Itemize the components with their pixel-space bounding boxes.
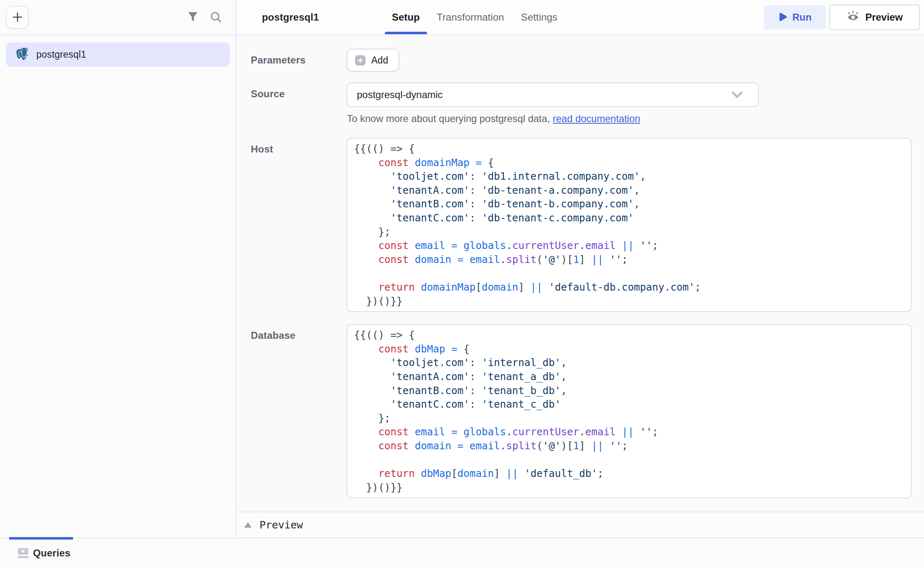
database-code-text: {{(() => { const dbMap = { 'tooljet.com'… bbox=[354, 328, 904, 494]
query-title[interactable]: postgresql1 bbox=[262, 0, 319, 34]
queries-panel-label[interactable]: Queries bbox=[33, 547, 71, 559]
tab-settings[interactable]: Settings bbox=[521, 0, 557, 34]
source-helper-text: To know more about querying postgresql d… bbox=[347, 113, 911, 124]
app: postgresql1 postgresql1 Setup Transforma… bbox=[0, 0, 924, 537]
collapse-up-icon bbox=[244, 522, 252, 528]
queries-panel-active-indicator bbox=[9, 537, 73, 540]
filter-icon bbox=[188, 12, 198, 23]
host-row: Host {{(() => { const domainMap = { 'too… bbox=[251, 138, 911, 312]
parameters-row: Parameters Add bbox=[251, 49, 911, 72]
sidebar-toolbar bbox=[0, 0, 236, 35]
eye-icon bbox=[846, 11, 860, 24]
plus-square-icon bbox=[355, 55, 365, 66]
plus-icon bbox=[12, 12, 23, 22]
preview-panel-toggle[interactable]: Preview bbox=[236, 512, 924, 537]
chevron-down-icon bbox=[732, 92, 742, 98]
host-control: {{(() => { const domainMap = { 'tooljet.… bbox=[346, 138, 911, 312]
play-icon bbox=[778, 12, 787, 22]
query-editor-pane: postgresql1 Setup Transformation Setting… bbox=[236, 0, 924, 537]
run-button[interactable]: Run bbox=[764, 5, 826, 30]
query-list: postgresql1 bbox=[0, 35, 236, 74]
query-list-item-postgresql1[interactable]: postgresql1 bbox=[6, 42, 230, 67]
editor-tabs: Setup Transformation Settings bbox=[392, 0, 557, 34]
parameters-control: Add bbox=[346, 49, 911, 72]
source-label: Source bbox=[251, 82, 346, 100]
preview-button[interactable]: Preview bbox=[829, 5, 920, 30]
parameters-label: Parameters bbox=[251, 49, 346, 66]
bottom-panel: Queries bbox=[0, 537, 924, 568]
query-header: postgresql1 Setup Transformation Setting… bbox=[236, 0, 924, 35]
filter-queries-button[interactable] bbox=[184, 8, 202, 26]
setup-form: Parameters Add Source postgresql-dynamic bbox=[236, 35, 924, 512]
add-parameter-button[interactable]: Add bbox=[346, 49, 399, 72]
database-label: Database bbox=[251, 324, 346, 341]
queries-panel-icon bbox=[17, 547, 29, 559]
query-item-label: postgresql1 bbox=[36, 49, 86, 60]
tab-setup[interactable]: Setup bbox=[392, 0, 420, 34]
source-select-value: postgresql-dynamic bbox=[357, 89, 732, 101]
host-label: Host bbox=[251, 138, 346, 155]
source-control: postgresql-dynamic To know more about qu… bbox=[346, 82, 911, 124]
database-row: Database {{(() => { const dbMap = { 'too… bbox=[251, 324, 911, 498]
host-code-editor[interactable]: {{(() => { const domainMap = { 'tooljet.… bbox=[346, 138, 912, 312]
host-code-text: {{(() => { const domainMap = { 'tooljet.… bbox=[354, 142, 904, 308]
postgresql-icon bbox=[16, 48, 30, 62]
search-icon bbox=[210, 12, 222, 23]
header-actions: Run Preview bbox=[764, 0, 920, 34]
source-row: Source postgresql-dynamic To know more a… bbox=[251, 82, 911, 124]
search-queries-button[interactable] bbox=[207, 8, 225, 26]
read-documentation-link[interactable]: read documentation bbox=[553, 113, 640, 124]
source-select[interactable]: postgresql-dynamic bbox=[346, 82, 759, 107]
preview-panel-label: Preview bbox=[259, 519, 303, 531]
tab-transformation[interactable]: Transformation bbox=[437, 0, 504, 34]
database-control: {{(() => { const dbMap = { 'tooljet.com'… bbox=[346, 324, 911, 498]
query-sidebar: postgresql1 bbox=[0, 0, 236, 537]
add-query-button[interactable] bbox=[6, 6, 29, 29]
database-code-editor[interactable]: {{(() => { const dbMap = { 'tooljet.com'… bbox=[346, 324, 912, 498]
